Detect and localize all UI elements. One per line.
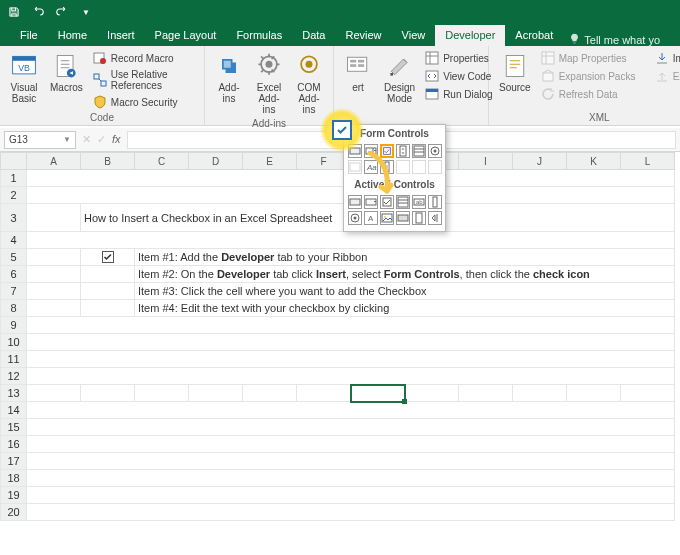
text: Developer: [221, 251, 274, 263]
group-label-xml: XML: [495, 111, 680, 125]
form-scrollbar-icon[interactable]: [380, 160, 394, 174]
form-label-icon[interactable]: Aa: [364, 160, 378, 174]
row-header[interactable]: 18: [1, 470, 27, 487]
ax-listbox-icon[interactable]: [396, 195, 410, 209]
col-header[interactable]: E: [243, 153, 297, 170]
macros-button[interactable]: Macros: [46, 50, 87, 95]
row-header[interactable]: 12: [1, 368, 27, 385]
refresh-data-button[interactable]: Refresh Data: [539, 86, 649, 102]
ax-image-icon[interactable]: [380, 211, 394, 225]
col-header[interactable]: A: [27, 153, 81, 170]
expansion-packs-button[interactable]: Expansion Packs: [539, 68, 649, 84]
visual-basic-icon: VB: [10, 52, 38, 80]
row-header[interactable]: 16: [1, 436, 27, 453]
tab-data[interactable]: Data: [292, 25, 335, 46]
ax-morecontrols-icon[interactable]: [428, 211, 442, 225]
row-header[interactable]: 11: [1, 351, 27, 368]
export-button[interactable]: Export: [653, 68, 680, 84]
addins-button[interactable]: Add- ins: [211, 50, 247, 106]
enter-formula-icon[interactable]: ✓: [97, 133, 106, 146]
row-header[interactable]: 7: [1, 283, 27, 300]
tab-formulas[interactable]: Formulas: [226, 25, 292, 46]
tell-me[interactable]: Tell me what yo: [569, 33, 660, 46]
cell-checkbox[interactable]: [81, 249, 135, 266]
form-combobox-icon[interactable]: [364, 144, 378, 158]
row-header[interactable]: 13: [1, 385, 27, 402]
col-header[interactable]: B: [81, 153, 135, 170]
design-mode-button[interactable]: Design Mode: [380, 50, 419, 106]
cell[interactable]: Item #1: Add the Developer tab to your R…: [135, 249, 675, 266]
ax-scrollbar-icon[interactable]: [428, 195, 442, 209]
form-optionbutton-icon[interactable]: [428, 144, 442, 158]
worksheet-grid[interactable]: A B C D E F G H I J K L 1 2 3 How to Ins…: [0, 152, 680, 555]
visual-basic-button[interactable]: VB Visual Basic: [6, 50, 42, 106]
row-header[interactable]: 9: [1, 317, 27, 334]
row-header[interactable]: 2: [1, 187, 27, 204]
col-header[interactable]: D: [189, 153, 243, 170]
row-header[interactable]: 5: [1, 249, 27, 266]
cell[interactable]: Item #3: Click the cell where you want t…: [135, 283, 675, 300]
ax-textbox-icon[interactable]: ab: [412, 195, 426, 209]
ax-label-icon[interactable]: A: [364, 211, 378, 225]
form-spinner-icon[interactable]: [396, 144, 410, 158]
select-all-corner[interactable]: [1, 153, 27, 170]
tab-home[interactable]: Home: [48, 25, 97, 46]
ax-checkbox-icon[interactable]: [380, 195, 394, 209]
tab-developer[interactable]: Developer: [435, 25, 505, 46]
redo-icon[interactable]: [54, 4, 70, 20]
excel-addins-button[interactable]: Excel Add-ins: [251, 50, 287, 117]
tab-page-layout[interactable]: Page Layout: [145, 25, 227, 46]
row-header[interactable]: 4: [1, 232, 27, 249]
cell[interactable]: Item #2: On the Developer tab click Inse…: [135, 266, 675, 283]
source-button[interactable]: Source: [495, 50, 535, 95]
col-header[interactable]: C: [135, 153, 189, 170]
name-box-dropdown-icon[interactable]: ▼: [63, 135, 71, 144]
row-header[interactable]: 10: [1, 334, 27, 351]
com-addins-button[interactable]: COM Add-ins: [291, 50, 327, 117]
row-header[interactable]: 6: [1, 266, 27, 283]
tab-insert[interactable]: Insert: [97, 25, 145, 46]
tab-acrobat[interactable]: Acrobat: [505, 25, 563, 46]
row-header[interactable]: 19: [1, 487, 27, 504]
ax-optionbutton-icon[interactable]: [348, 211, 362, 225]
macro-security-button[interactable]: Macro Security: [91, 94, 201, 110]
row-header[interactable]: 1: [1, 170, 27, 187]
qat-customize-icon[interactable]: ▼: [78, 4, 94, 20]
col-header[interactable]: L: [621, 153, 675, 170]
tab-view[interactable]: View: [392, 25, 436, 46]
name-box[interactable]: G13 ▼: [4, 131, 76, 149]
record-macro-icon: [93, 51, 107, 65]
form-disabled2-icon: [412, 160, 426, 174]
import-button[interactable]: Import: [653, 50, 680, 66]
map-properties-button[interactable]: Map Properties: [539, 50, 649, 66]
checkbox-icon[interactable]: [102, 251, 114, 263]
row-header[interactable]: 20: [1, 504, 27, 521]
tab-review[interactable]: Review: [335, 25, 391, 46]
selected-cell[interactable]: [351, 385, 405, 402]
row-header[interactable]: 15: [1, 419, 27, 436]
form-listbox-icon[interactable]: [412, 144, 426, 158]
form-groupbox-icon[interactable]: [348, 160, 362, 174]
cell[interactable]: Item #4: Edit the text with your checkbo…: [135, 300, 675, 317]
cancel-formula-icon[interactable]: ✕: [82, 133, 91, 146]
col-header[interactable]: I: [459, 153, 513, 170]
row-header[interactable]: 8: [1, 300, 27, 317]
ax-combobox-icon[interactable]: [364, 195, 378, 209]
ax-commandbutton-icon[interactable]: [348, 195, 362, 209]
ax-spinbutton-icon[interactable]: [412, 211, 426, 225]
row-header[interactable]: 14: [1, 402, 27, 419]
use-relative-references-button[interactable]: Use Relative References: [91, 68, 201, 92]
save-icon[interactable]: [6, 4, 22, 20]
row-header[interactable]: 3: [1, 204, 27, 232]
record-macro-button[interactable]: Record Macro: [91, 50, 201, 66]
form-checkbox-icon[interactable]: [380, 144, 394, 158]
form-button-icon[interactable]: [348, 144, 362, 158]
tab-file[interactable]: File: [10, 25, 48, 46]
col-header[interactable]: K: [567, 153, 621, 170]
row-header[interactable]: 17: [1, 453, 27, 470]
insert-control-button[interactable]: ert: [340, 50, 376, 95]
fx-icon[interactable]: fx: [112, 133, 121, 146]
ax-togglebutton-icon[interactable]: [396, 211, 410, 225]
undo-icon[interactable]: [30, 4, 46, 20]
col-header[interactable]: J: [513, 153, 567, 170]
